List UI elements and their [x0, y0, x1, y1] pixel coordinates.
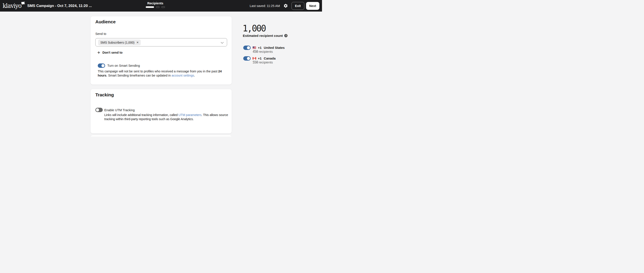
- smart-sending-row: Turn on Smart Sending: [98, 63, 140, 68]
- progress-steps: Recipients: [146, 0, 165, 8]
- utm-tracking-toggle[interactable]: [95, 108, 103, 112]
- canada-toggle[interactable]: [243, 56, 251, 61]
- canada-flag-icon: [253, 57, 256, 59]
- header-actions: Last saved: 11:25 AM Exit Next: [250, 0, 320, 11]
- ca-recipients-number: 550: [253, 60, 258, 64]
- step-label: Recipients: [146, 1, 165, 5]
- next-button[interactable]: Next: [306, 2, 320, 10]
- top-bar: klaviyo SMS Campaign - Oct 7, 2024, 11:2…: [0, 0, 322, 11]
- audience-card: Audience Send to SMS Subscribers (1,000)…: [90, 16, 232, 85]
- utm-desc-text-1: Links will include additional tracking i…: [104, 113, 178, 117]
- us-country-name: United States: [264, 46, 285, 49]
- exit-button[interactable]: Exit: [292, 2, 304, 10]
- smart-desc-text-2: . Smart Sending timeframes can be update…: [106, 74, 172, 77]
- dont-send-to-label: Don't send to: [102, 51, 122, 54]
- country-row-canada: +1 Canada 550 recipients: [243, 56, 276, 64]
- smart-sending-description: This campaign will not be sent to profil…: [98, 69, 230, 78]
- progress-step-2: [156, 6, 160, 8]
- smart-desc-text-3: .: [194, 74, 195, 77]
- ca-recipients-count: 550 recipients: [253, 60, 273, 64]
- chevron-down-icon: [221, 41, 224, 44]
- us-recipients-number: 450: [253, 50, 258, 54]
- account-settings-link[interactable]: account settings: [172, 74, 194, 77]
- smart-desc-text-1: This campaign will not be sent to profil…: [98, 69, 218, 73]
- audience-chip-label: SMS Subscribers (1,000): [100, 41, 134, 44]
- klaviyo-flag-icon: [21, 1, 25, 4]
- ca-country-code: +1: [258, 56, 262, 60]
- settings-gear-icon[interactable]: [284, 3, 288, 8]
- smart-sending-toggle[interactable]: [98, 63, 105, 68]
- estimated-recipient-count-label: Estimated recipient count: [243, 34, 283, 37]
- tracking-card: Tracking Enable UTM Tracking Links will …: [90, 89, 232, 133]
- last-saved-status: Last saved: 11:25 AM: [250, 4, 280, 8]
- help-icon[interactable]: ?: [284, 34, 288, 37]
- audience-card-title: Audience: [95, 19, 116, 24]
- header-buttons: Exit Next: [292, 2, 320, 10]
- send-to-select[interactable]: SMS Subscribers (1,000) ×: [95, 38, 227, 46]
- us-recipients-count: 450 recipients: [253, 50, 273, 53]
- audience-chip[interactable]: SMS Subscribers (1,000) ×: [98, 39, 141, 45]
- klaviyo-logo[interactable]: klaviyo: [2, 0, 22, 11]
- progress-step-1-current: [146, 6, 154, 8]
- dont-send-to-button[interactable]: + Don't send to: [97, 50, 122, 55]
- remove-chip-icon[interactable]: ×: [136, 40, 138, 44]
- us-flag-icon: [253, 46, 256, 49]
- estimated-recipient-count-row: Estimated recipient count ?: [243, 34, 288, 37]
- smart-sending-label: Turn on Smart Sending: [107, 64, 140, 67]
- progress-step-3: [162, 6, 165, 8]
- progress-indicator: [146, 6, 165, 8]
- klaviyo-wordmark: klaviyo: [2, 3, 22, 9]
- ca-recipients-suffix: recipients: [258, 60, 273, 64]
- plus-icon: +: [97, 50, 100, 55]
- utm-tracking-description: Links will include additional tracking i…: [104, 113, 231, 121]
- us-recipients-suffix: recipients: [258, 50, 273, 53]
- next-section-card-partial: [90, 135, 232, 136]
- ca-country-name: Canada: [264, 56, 276, 60]
- campaign-title: SMS Campaign - Oct 7, 2024, 11:20 ...: [27, 0, 92, 11]
- estimated-recipient-count-value: 1,000: [242, 23, 266, 33]
- utm-tracking-label: Enable UTM Tracking: [104, 108, 134, 112]
- united-states-toggle[interactable]: [243, 45, 251, 50]
- klaviyo-sms-campaign-editor: klaviyo SMS Campaign - Oct 7, 2024, 11:2…: [0, 0, 322, 136]
- country-row-united-states: +1 United States 450 recipients: [243, 45, 285, 54]
- utm-parameters-link[interactable]: UTM parameters: [178, 113, 201, 117]
- send-to-label: Send to: [95, 32, 106, 35]
- tracking-card-title: Tracking: [95, 92, 114, 97]
- us-country-code: +1: [258, 46, 262, 49]
